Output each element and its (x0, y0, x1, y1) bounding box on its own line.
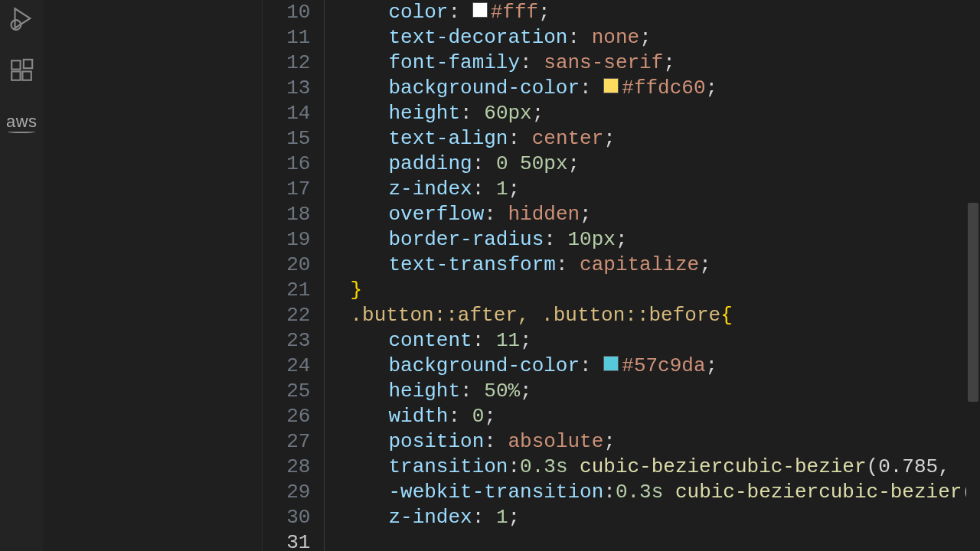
code-line: height: 60px; (350, 101, 974, 126)
svg-rect-4 (23, 71, 31, 80)
line-number: 17 (263, 177, 310, 202)
line-number: 11 (263, 25, 310, 51)
code-line: text-transform: capitalize; (350, 253, 974, 278)
debug-icon[interactable] (6, 3, 37, 34)
code-line: padding: 0 50px; (350, 152, 974, 177)
code-line: overflow: hidden; (350, 202, 974, 227)
code-area[interactable]: color: #fff;text-decoration: none;font-f… (350, 0, 980, 551)
code-line: height: 50%; (350, 379, 974, 404)
scrollbar-thumb[interactable] (968, 203, 978, 402)
line-number: 15 (263, 126, 310, 152)
sidebar-panel (43, 0, 263, 551)
indent-guide (324, 0, 350, 551)
code-line: content: 11; (350, 328, 974, 354)
editor[interactable]: 1011121314151617181920212223242526272829… (263, 0, 980, 551)
code-line: } (350, 278, 974, 303)
line-number: 14 (263, 101, 310, 126)
line-number: 18 (263, 202, 310, 227)
svg-rect-2 (11, 60, 20, 69)
line-number: 20 (263, 253, 310, 278)
code-line: width: 0; (350, 404, 974, 429)
line-number: 29 (263, 480, 310, 505)
line-number: 28 (263, 455, 310, 480)
code-line: .button::after, .button::before{ (350, 303, 974, 328)
svg-rect-3 (11, 71, 20, 80)
app-root: aws 101112131415161718192021222324252627… (0, 0, 980, 551)
activity-bar: aws (0, 0, 43, 551)
line-number: 27 (263, 429, 310, 455)
line-number: 16 (263, 152, 310, 177)
code-line: background-color: #ffdc60; (350, 76, 974, 101)
line-number: 13 (263, 76, 310, 101)
code-line: position: absolute; (350, 429, 974, 455)
line-number: 21 (263, 278, 310, 303)
svg-marker-0 (15, 8, 31, 28)
line-number: 19 (263, 227, 310, 253)
code-line: text-decoration: none; (350, 25, 974, 51)
line-number: 31 (263, 530, 310, 551)
code-line: z-index: 1; (350, 505, 974, 530)
line-number: 23 (263, 328, 310, 354)
line-number: 24 (263, 354, 310, 379)
extensions-icon[interactable] (6, 55, 37, 86)
svg-rect-5 (24, 60, 32, 68)
line-number: 26 (263, 404, 310, 429)
code-line: -webkit-transition:0.3s cubic-beziercubi… (350, 480, 974, 505)
code-line: background-color: #57c9da; (350, 354, 974, 379)
code-line: z-index: 1; (350, 177, 974, 202)
code-line: border-radius: 10px; (350, 227, 974, 253)
line-number: 25 (263, 379, 310, 404)
vertical-scrollbar[interactable] (966, 0, 980, 551)
aws-icon[interactable]: aws (6, 107, 37, 138)
code-line: color: #fff; (350, 0, 974, 25)
line-number: 22 (263, 303, 310, 328)
code-line: text-align: center; (350, 126, 974, 152)
code-line: font-family: sans-serif; (350, 51, 974, 76)
line-number: 12 (263, 51, 310, 76)
aws-swoosh-icon (8, 130, 35, 133)
line-number: 30 (263, 505, 310, 530)
aws-label: aws (6, 112, 38, 132)
line-number-gutter: 1011121314151617181920212223242526272829… (263, 0, 324, 551)
code-line (350, 530, 974, 551)
line-number: 10 (263, 0, 310, 25)
code-line: transition:0.3s cubic-beziercubic-bezier… (350, 455, 974, 480)
